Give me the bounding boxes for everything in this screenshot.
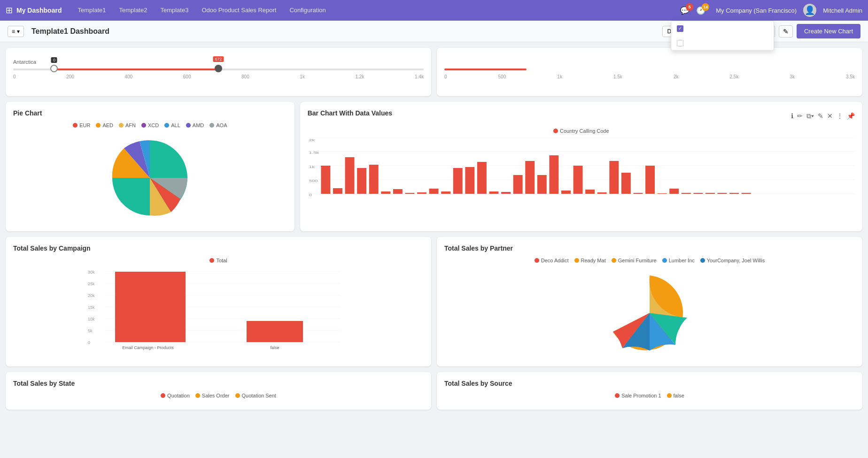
pin-icon[interactable]: 📌 <box>847 112 855 120</box>
legend-aed-label: AED <box>102 122 113 128</box>
svg-rect-31 <box>465 167 474 194</box>
slider-value-672: 672 <box>213 56 224 62</box>
more-icon[interactable]: ⋮ <box>837 112 843 120</box>
svg-text:500: 500 <box>309 179 318 183</box>
svg-text:226: 226 <box>514 171 522 175</box>
create-chart-button[interactable]: Create New Chart <box>797 24 860 38</box>
legend-sales-order: Sales Order <box>195 393 230 398</box>
user-name[interactable]: Mitchell Admin <box>823 7 862 14</box>
right-axis-0: 0 <box>444 74 447 79</box>
close-icon[interactable]: ✕ <box>827 112 833 120</box>
svg-text:267: 267 <box>622 168 630 172</box>
app-name: My Dashboard <box>16 7 62 14</box>
legend-yourcompany: YourCompany, Joel Willis <box>700 258 765 263</box>
slider-value-0: 0 <box>51 57 57 63</box>
pie-chart-card: Pie Chart EUR AED AFN XCD ALL AMD AOA <box>6 102 294 231</box>
checkbox-unchecked-icon <box>677 40 683 46</box>
slider-chart-right: 0 500 1k 1.5k 2k 2.5k 3k 3.5k <box>437 48 862 96</box>
legend-sale-promo-label: Sale Promotion 1 <box>621 393 661 398</box>
legend-deco: Deco Addict <box>535 258 569 263</box>
user-avatar[interactable]: 👤 <box>803 4 816 17</box>
svg-rect-13 <box>321 166 330 168</box>
svg-text:Email Campaign - Products: Email Campaign - Products <box>122 345 174 350</box>
svg-text:672: 672 <box>370 160 378 164</box>
sales-campaign-legend: Total <box>13 258 424 263</box>
svg-rect-36 <box>501 192 511 194</box>
svg-text:false: false <box>270 345 279 350</box>
edit-icon[interactable]: ✏ <box>797 112 803 120</box>
nav-sales-report[interactable]: Odoo Product Sales Report <box>197 0 281 21</box>
svg-text:1.5k: 1.5k <box>309 151 319 155</box>
right-axis-1k: 1k <box>557 74 562 79</box>
right-axis-2k: 2k <box>674 74 679 79</box>
svg-text:61: 61 <box>431 184 436 188</box>
company-chicago-label: My Company (Chicago) <box>687 39 752 46</box>
svg-text:1.3k: 1.3k <box>345 153 355 157</box>
svg-rect-22 <box>381 191 390 194</box>
bar-chart-title-row: Bar Chart With Data Values ℹ ✏ ⧉▾ ✎ ✕ ⋮ … <box>308 109 855 122</box>
svg-rect-63 <box>693 193 703 194</box>
sales-campaign-visual: 0 5k 10k 15k 20k 25k 30k 35k Email Campa… <box>13 267 424 353</box>
nav-configuration[interactable]: Configuration <box>285 0 330 21</box>
svg-rect-84 <box>247 321 303 342</box>
axis-600: 600 <box>183 74 191 79</box>
top-navigation: ⊞ My Dashboard Template1 Template2 Templ… <box>0 0 868 21</box>
svg-text:229: 229 <box>538 171 546 175</box>
svg-rect-66 <box>729 193 739 194</box>
svg-rect-18 <box>357 168 366 194</box>
legend-amd: AMD <box>186 122 204 128</box>
info-icon[interactable]: ℹ <box>791 112 793 120</box>
axis-800: 800 <box>241 74 249 79</box>
legend-eur: EUR <box>73 122 90 128</box>
legend-xcd-label: XCD <box>148 122 159 128</box>
filter-icon: ≡ <box>12 28 15 35</box>
nav-template2[interactable]: Template2 <box>114 0 152 21</box>
legend-lumber-label: Lumber Inc <box>669 258 695 263</box>
sales-state-card: Total Sales by State Quotation Sales Ord… <box>6 372 431 410</box>
company-option-sf[interactable]: ✓ My Company (San Francisco) <box>671 21 774 36</box>
svg-text:55: 55 <box>587 185 592 189</box>
svg-rect-26 <box>429 189 438 194</box>
legend-sales-order-label: Sales Order <box>202 393 230 398</box>
legend-quotation-sent: Quotation Sent <box>235 393 276 398</box>
axis-1-2k: 1.2k <box>356 74 364 79</box>
svg-rect-65 <box>717 193 727 194</box>
sales-source-legend: Sale Promotion 1 false <box>444 393 855 398</box>
svg-rect-55 <box>633 193 643 194</box>
legend-xcd: XCD <box>141 122 159 128</box>
company-option-chicago[interactable]: My Company (Chicago) <box>671 36 774 50</box>
bar-chart-title: Bar Chart With Data Values <box>308 109 392 117</box>
legend-all-label: ALL <box>171 122 180 128</box>
right-axis-3k: 3k <box>790 74 795 79</box>
pie-chart-visual <box>13 132 287 224</box>
pie-chart-title: Pie Chart <box>13 109 287 117</box>
axis-1k: 1k <box>300 74 305 79</box>
svg-text:975: 975 <box>610 157 618 160</box>
nav-template3[interactable]: Template3 <box>155 0 193 21</box>
svg-rect-64 <box>705 193 715 194</box>
company-sf-label: My Company (San Francisco) <box>687 25 768 32</box>
pencil-button[interactable]: ✎ <box>779 25 793 38</box>
filter-button[interactable]: ≡ ▾ <box>8 26 24 37</box>
bar-chart-card: Bar Chart With Data Values ℹ ✏ ⧉▾ ✎ ✕ ⋮ … <box>300 102 862 231</box>
pie-chart-legend: EUR AED AFN XCD ALL AMD AOA <box>13 122 287 128</box>
svg-text:358: 358 <box>454 164 462 168</box>
company-name[interactable]: My Company (San Francisco) <box>716 7 797 14</box>
legend-all: ALL <box>164 122 180 128</box>
svg-text:591: 591 <box>574 161 582 165</box>
svg-rect-24 <box>405 193 414 194</box>
copy-icon[interactable]: ⧉▾ <box>806 112 814 120</box>
svg-text:1: 1 <box>661 189 664 193</box>
legend-aoa-label: AOA <box>216 122 227 128</box>
link-icon[interactable]: ✎ <box>818 112 823 120</box>
grid-icon[interactable]: ⊞ <box>6 5 13 15</box>
legend-quotation-sent-label: Quotation Sent <box>242 393 276 398</box>
sales-partner-title: Total Sales by Partner <box>444 244 855 252</box>
nav-template1[interactable]: Template1 <box>73 0 110 21</box>
svg-rect-43 <box>549 155 558 194</box>
bar-chart-visual: 0 500 1k 1.5k 2k 376 93 1.3k 374 <box>308 137 855 213</box>
chat-badge[interactable]: 💬 5 <box>680 6 690 15</box>
svg-rect-67 <box>741 193 751 194</box>
svg-text:10k: 10k <box>88 317 95 321</box>
activity-badge[interactable]: 🕐 14 <box>696 6 705 15</box>
